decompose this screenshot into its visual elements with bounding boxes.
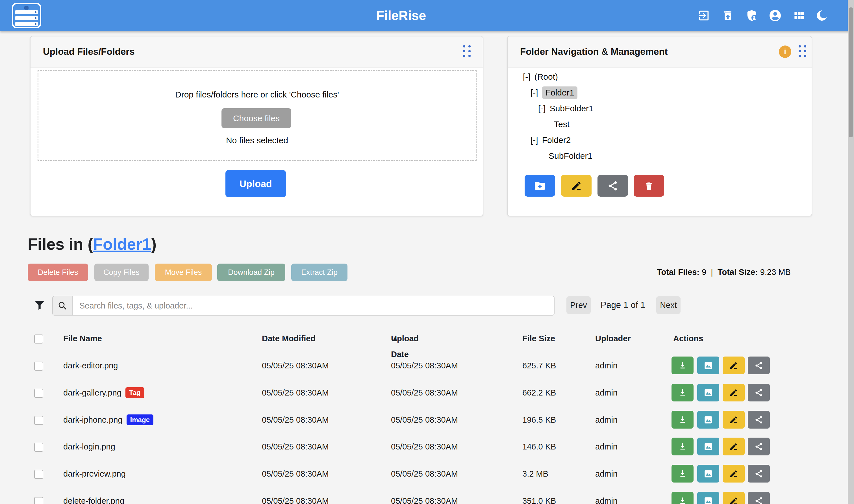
download-button[interactable]: [672, 492, 693, 504]
tree-item-root[interactable]: [-] (Root): [523, 71, 558, 83]
row-checkbox[interactable]: [34, 443, 43, 452]
share-icon: [754, 415, 763, 424]
logout-icon[interactable]: [696, 7, 712, 23]
next-page-button[interactable]: Next: [656, 296, 680, 314]
total-files-label: Total Files:: [657, 268, 699, 276]
download-button[interactable]: [672, 438, 693, 455]
tree-label[interactable]: SubFolder1: [549, 150, 593, 162]
row-checkbox[interactable]: [34, 497, 43, 504]
dropzone-hint-text: Drop files/folders here or click 'Choose…: [38, 90, 476, 100]
tree-expander[interactable]: [-]: [530, 87, 538, 99]
folder-card: Folder Navigation & Management i [-] (Ro…: [507, 36, 812, 216]
rename-folder-icon: [571, 180, 582, 192]
file-size-cell: 3.2 MB: [522, 460, 548, 487]
share-icon: [754, 497, 763, 504]
tree-item-test[interactable]: Test: [554, 118, 569, 130]
preview-image-button[interactable]: [697, 357, 719, 374]
filter-icon[interactable]: [33, 299, 46, 311]
pagination-status: Page 1 of 1: [596, 298, 650, 313]
preview-image-icon: [704, 496, 713, 504]
prev-page-button[interactable]: Prev: [566, 296, 591, 314]
extract-zip-button[interactable]: Extract Zip: [291, 264, 347, 281]
upload-dropzone[interactable]: Drop files/folders here or click 'Choose…: [38, 70, 477, 161]
preview-image-button[interactable]: [697, 492, 719, 504]
share-button[interactable]: [748, 492, 770, 504]
download-icon: [678, 361, 687, 371]
share-button[interactable]: [748, 357, 770, 374]
edit-button[interactable]: [723, 411, 745, 429]
preview-image-button[interactable]: [697, 411, 719, 429]
date-modified-cell: 05/05/25 08:30AM: [262, 352, 329, 379]
delete-files-button[interactable]: Delete Files: [28, 264, 88, 281]
info-icon[interactable]: i: [779, 46, 791, 58]
edit-button[interactable]: [723, 492, 745, 504]
upload-card: Upload Files/Folders Drop files/folders …: [30, 36, 483, 216]
delete-folder-button[interactable]: [634, 175, 664, 197]
move-files-button[interactable]: Move Files: [155, 264, 212, 281]
column-header-file-name[interactable]: File Name: [63, 330, 102, 346]
admin-shield-icon[interactable]: [744, 7, 760, 23]
drag-handle-icon[interactable]: [463, 45, 471, 59]
tree-label-selected[interactable]: Folder1: [542, 87, 578, 99]
tree-item-subfolder1-2[interactable]: SubFolder1: [549, 150, 593, 162]
dark-mode-icon[interactable]: [814, 7, 830, 23]
rename-folder-button[interactable]: [561, 175, 592, 197]
tree-expander[interactable]: [-]: [523, 71, 530, 83]
download-button[interactable]: [672, 384, 693, 401]
preview-image-button[interactable]: [697, 438, 719, 455]
column-header-file-size[interactable]: File Size: [522, 330, 555, 346]
table-row: dark-editor.png 05/05/25 08:30AM 05/05/2…: [0, 352, 854, 379]
folder-card-title: Folder Navigation & Management: [520, 36, 668, 67]
row-checkbox[interactable]: [34, 389, 43, 398]
share-button[interactable]: [748, 384, 770, 401]
share-button[interactable]: [748, 438, 770, 455]
preview-image-icon: [704, 469, 713, 479]
uploader-cell: admin: [595, 460, 618, 487]
column-header-date-modified[interactable]: Date Modified: [262, 330, 315, 346]
row-checkbox[interactable]: [34, 416, 43, 425]
preview-image-button[interactable]: [697, 465, 719, 483]
restore-trash-icon[interactable]: [720, 7, 735, 23]
scrollbar-thumb[interactable]: [849, 7, 853, 137]
row-checkbox[interactable]: [34, 470, 43, 479]
edit-button[interactable]: [723, 357, 745, 374]
tree-label[interactable]: Folder2: [542, 134, 571, 146]
create-folder-button[interactable]: [525, 175, 555, 197]
tree-item-subfolder1[interactable]: [-] SubFolder1: [538, 102, 594, 115]
tree-label[interactable]: (Root): [534, 71, 558, 83]
download-zip-button[interactable]: Download Zip: [217, 264, 285, 281]
tree-expander[interactable]: [-]: [538, 102, 546, 115]
user-account-icon[interactable]: [767, 7, 783, 23]
choose-files-button[interactable]: Choose files: [221, 108, 291, 128]
search-icon[interactable]: [53, 296, 73, 315]
share-button[interactable]: [748, 465, 770, 483]
column-header-uploader[interactable]: Uploader: [595, 330, 631, 346]
grid-view-icon[interactable]: [791, 7, 806, 23]
tree-label[interactable]: Test: [554, 118, 569, 130]
current-folder-link[interactable]: Folder1: [93, 235, 151, 253]
upload-date-cell: 05/05/25 08:30AM: [391, 487, 458, 504]
scrollbar-track[interactable]: [848, 0, 854, 504]
edit-button[interactable]: [723, 384, 745, 401]
drag-handle-icon[interactable]: [799, 45, 806, 59]
download-button[interactable]: [672, 357, 693, 374]
tree-label[interactable]: SubFolder1: [550, 102, 594, 115]
tree-item-folder2[interactable]: [-] Folder2: [530, 134, 571, 146]
file-name-cell: dark-iphone.pngImage: [63, 406, 153, 433]
preview-image-button[interactable]: [697, 384, 719, 401]
download-button[interactable]: [672, 411, 693, 429]
select-all-checkbox[interactable]: [34, 335, 43, 344]
row-checkbox[interactable]: [34, 362, 43, 371]
copy-files-button[interactable]: Copy Files: [94, 264, 149, 281]
download-button[interactable]: [672, 465, 693, 483]
edit-button[interactable]: [723, 465, 745, 483]
tree-item-folder1[interactable]: [-] Folder1: [530, 87, 578, 99]
upload-button[interactable]: Upload: [225, 170, 286, 197]
share-button[interactable]: [748, 411, 770, 429]
edit-button[interactable]: [723, 438, 745, 455]
totals-divider: |: [711, 268, 713, 276]
share-folder-button[interactable]: [598, 175, 628, 197]
file-name-cell: dark-editor.png: [63, 352, 118, 379]
search-input[interactable]: [73, 296, 554, 315]
tree-expander[interactable]: [-]: [530, 134, 538, 146]
